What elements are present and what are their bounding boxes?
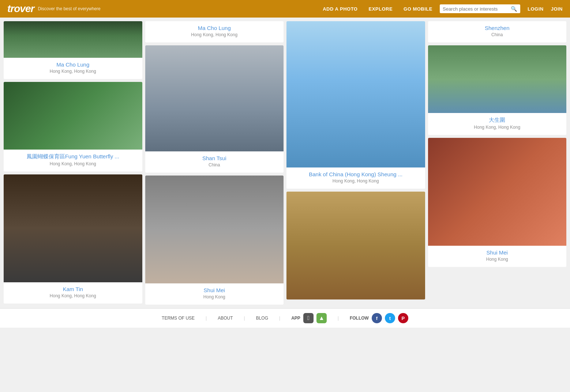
card-title: Kam Tin xyxy=(9,286,137,292)
card-info: Shui Mei Hong Kong xyxy=(428,246,567,267)
card-title: Shenzhen xyxy=(433,25,562,31)
card-image xyxy=(145,45,284,151)
card-shenzhen[interactable]: Shenzhen China xyxy=(428,21,567,42)
card-mountain-gate[interactable] xyxy=(286,192,425,299)
card-kam-tin[interactable]: Kam Tin Hong Kong, Hong Kong xyxy=(4,174,142,304)
follow-label: FOLLOW xyxy=(350,316,369,321)
tagline: Discover the best of everywhere xyxy=(38,6,100,11)
card-image xyxy=(428,138,567,246)
apple-app-icon[interactable]:  xyxy=(303,313,314,323)
card-subtitle: China xyxy=(150,162,279,167)
site-footer: TERMS OF USE | ABOUT | BLOG | APP  ▲ | … xyxy=(0,308,570,328)
card-shan-tsui[interactable]: Shan Tsui China xyxy=(145,45,284,173)
card-image xyxy=(4,82,142,150)
card-info: Shui Mei Hong Kong xyxy=(145,283,284,305)
search-input[interactable] xyxy=(443,6,509,12)
app-section: APP  ▲ xyxy=(291,313,327,323)
card-info: Ma Cho Lung Hong Kong, Hong Kong xyxy=(4,58,142,79)
add-photo-link[interactable]: ADD A PHOTO xyxy=(323,6,357,12)
card-butterfly[interactable]: 鳳園蝴蝶保育區Fung Yuen Butterfly ... Hong Kong… xyxy=(4,82,142,172)
twitter-icon[interactable]: t xyxy=(385,313,395,323)
card-image xyxy=(428,45,567,113)
card-shui-mei-lion[interactable]: Shui Mei Hong Kong xyxy=(428,138,567,267)
card-subtitle: Hong Kong, Hong Kong xyxy=(9,293,137,298)
column-3: Bank of China (Hong Kong) Sheung ... Hon… xyxy=(286,21,425,305)
card-shui-mei-opera[interactable]: Shui Mei Hong Kong xyxy=(145,176,284,305)
card-bank-of-china[interactable]: Bank of China (Hong Kong) Sheung ... Hon… xyxy=(286,21,425,189)
facebook-icon[interactable]: f xyxy=(372,313,382,323)
terms-link[interactable]: TERMS OF USE xyxy=(162,316,195,321)
join-link[interactable]: JOIN xyxy=(551,6,563,12)
card-title: 大生圍 xyxy=(433,117,562,124)
card-info: 鳳園蝴蝶保育區Fung Yuen Butterfly ... Hong Kong… xyxy=(4,150,142,172)
card-subtitle: Hong Kong, Hong Kong xyxy=(292,178,420,184)
column-2: Ma Cho Lung Hong Kong, Hong Kong Shan Ts… xyxy=(145,21,284,305)
card-subtitle: Hong Kong, Hong Kong xyxy=(150,32,279,37)
card-image xyxy=(145,176,284,283)
logo-area: trover Discover the best of everywhere xyxy=(7,3,101,15)
card-info: Bank of China (Hong Kong) Sheung ... Hon… xyxy=(286,167,425,189)
card-image xyxy=(4,21,142,58)
column-1: Ma Cho Lung Hong Kong, Hong Kong 鳳園蝴蝶保育區… xyxy=(4,21,142,305)
card-info: Ma Cho Lung Hong Kong, Hong Kong xyxy=(145,21,284,42)
card-info: Shenzhen China xyxy=(428,21,567,42)
card-image xyxy=(286,192,425,299)
main-header: trover Discover the best of everywhere A… xyxy=(0,0,570,18)
card-title: Bank of China (Hong Kong) Sheung ... xyxy=(292,171,420,177)
card-info: Kam Tin Hong Kong, Hong Kong xyxy=(4,282,142,304)
card-image xyxy=(4,174,142,282)
auth-links: LOGIN JOIN xyxy=(528,6,563,12)
card-subtitle: Hong Kong xyxy=(433,257,562,262)
search-button[interactable]: 🔍 xyxy=(511,6,517,12)
card-ma-cho-lung-2[interactable]: Ma Cho Lung Hong Kong, Hong Kong xyxy=(145,21,284,42)
follow-section: FOLLOW f t P xyxy=(350,313,408,323)
main-nav: ADD A PHOTO EXPLORE GO MOBILE xyxy=(323,6,432,12)
card-subtitle: Hong Kong, Hong Kong xyxy=(9,69,137,74)
pinterest-icon[interactable]: P xyxy=(398,313,408,323)
blog-link[interactable]: BLOG xyxy=(256,316,268,321)
card-subtitle: Hong Kong, Hong Kong xyxy=(433,125,562,130)
card-subtitle: Hong Kong xyxy=(150,294,279,299)
card-info: Shan Tsui China xyxy=(145,151,284,173)
card-title: Shan Tsui xyxy=(150,155,279,161)
logo-text[interactable]: trover xyxy=(7,3,34,15)
column-4: Shenzhen China 大生圍 Hong Kong, Hong Kong … xyxy=(428,21,567,305)
go-mobile-link[interactable]: GO MOBILE xyxy=(404,6,432,12)
card-ma-cho-lung-1[interactable]: Ma Cho Lung Hong Kong, Hong Kong xyxy=(4,21,142,79)
card-subtitle: China xyxy=(433,32,562,37)
login-link[interactable]: LOGIN xyxy=(528,6,544,12)
card-subtitle: Hong Kong, Hong Kong xyxy=(9,161,137,166)
main-content: Ma Cho Lung Hong Kong, Hong Kong 鳳園蝴蝶保育區… xyxy=(0,18,570,308)
card-title: Ma Cho Lung xyxy=(9,61,137,68)
search-box: 🔍 xyxy=(440,4,520,13)
explore-link[interactable]: EXPLORE xyxy=(368,6,393,12)
android-app-icon[interactable]: ▲ xyxy=(316,313,327,323)
card-info: 大生圍 Hong Kong, Hong Kong xyxy=(428,113,567,135)
card-title: Shui Mei xyxy=(433,249,562,256)
card-title: Ma Cho Lung xyxy=(150,25,279,31)
card-da-sheng-yuan[interactable]: 大生圍 Hong Kong, Hong Kong xyxy=(428,45,567,135)
about-link[interactable]: ABOUT xyxy=(218,316,233,321)
card-title: 鳳園蝴蝶保育區Fung Yuen Butterfly ... xyxy=(9,153,137,160)
card-image xyxy=(286,21,425,167)
card-title: Shui Mei xyxy=(150,287,279,293)
app-label: APP xyxy=(291,316,300,321)
